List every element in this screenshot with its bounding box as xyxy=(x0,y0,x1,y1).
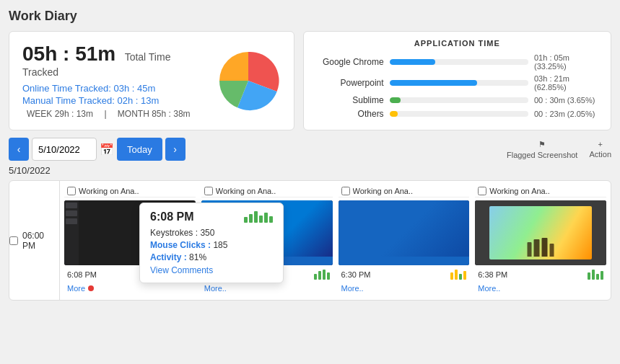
screenshot-footer-3: 6:30 PM xyxy=(339,268,470,281)
tooltip-mouse-row: Mouse Clicks : 185 xyxy=(150,240,273,250)
more-row-2: More.. xyxy=(201,284,333,296)
more-row-4: More.. xyxy=(475,284,606,296)
tooltip-activity-label: Activity : xyxy=(150,252,187,262)
app-time-title: APPLICATION TIME xyxy=(315,39,599,48)
app-row-chrome: Google Chrome 01h : 05m (33.25%) xyxy=(315,53,599,71)
screenshots-area: Working on Ana.. 6:08 PM xyxy=(60,181,611,300)
time-card: 05h : 51m Total Time Tracked Online Time… xyxy=(9,31,294,130)
date-nav: ‹ 📅 Today › xyxy=(9,138,185,161)
screenshot-title-1: Working on Ana.. xyxy=(79,187,139,195)
calendar-icon[interactable]: 📅 xyxy=(100,143,114,156)
activity-bars-2 xyxy=(314,270,330,280)
time-tracked-links: Online Time Tracked: 03h : 45m Manual Ti… xyxy=(22,83,201,106)
time-label: 06:00 PM xyxy=(9,231,59,251)
app-name-sublime: Sublime xyxy=(315,95,384,105)
app-row-others: Others 00 : 23m (2.05%) xyxy=(315,109,599,119)
screenshot-checkbox-2[interactable] xyxy=(204,187,213,195)
week-month: WEEK 29h : 13m | MONTH 85h : 38m xyxy=(22,109,201,119)
tooltip-time-header: 6:08 PM xyxy=(150,210,273,223)
controls-row: ‹ 📅 Today › ⚑ Flagged Screenshot + Actio… xyxy=(9,138,611,161)
main-container: Work Diary 05h : 51m Total Time Tracked … xyxy=(0,0,620,364)
flagged-screenshot-button[interactable]: ⚑ Flagged Screenshot xyxy=(507,140,577,159)
date-header: 5/10/2022 xyxy=(9,165,611,176)
manual-time-link[interactable]: Manual Time Tracked: 02h : 13m xyxy=(22,95,201,106)
time-value: 06:00 PM xyxy=(22,231,59,251)
app-bar-others xyxy=(390,111,528,117)
app-bar-ppt xyxy=(390,80,528,86)
view-comments-link[interactable]: View Comments xyxy=(150,265,273,275)
tooltip-mouse-value: 185 xyxy=(213,240,227,250)
ps-image-mock xyxy=(489,206,592,259)
tooltip-activity-value: 81% xyxy=(189,252,206,262)
stat-separator: | xyxy=(104,109,106,119)
screenshot-time-4: 6:38 PM xyxy=(478,270,507,279)
total-time-display: 05h : 51m Total Time Tracked xyxy=(22,43,201,79)
screenshot-checkbox-4[interactable] xyxy=(478,187,486,195)
action-button[interactable]: + Action xyxy=(589,140,611,159)
more-row-3: More.. xyxy=(339,284,470,296)
tooltip-activity-row: Activity : 81% xyxy=(150,252,273,262)
screenshot-header-1: Working on Ana.. xyxy=(64,185,196,197)
time-checkbox[interactable] xyxy=(9,236,18,245)
prev-date-button[interactable]: ‹ xyxy=(9,138,29,161)
windows-desktop-mock-2 xyxy=(339,200,470,265)
right-controls: ⚑ Flagged Screenshot + Action xyxy=(507,140,611,159)
tooltip-time-label: 6:08 PM xyxy=(150,210,193,223)
plus-icon: + xyxy=(598,140,602,148)
tooltip-activity-bars xyxy=(244,211,273,223)
app-bar-fill-chrome xyxy=(390,59,435,65)
date-input[interactable] xyxy=(32,138,97,161)
tooltip-popup: 6:08 PM Keystrokes : 350 Mouse Cli xyxy=(139,203,284,283)
app-row-sublime: Sublime 00 : 30m (3.65%) xyxy=(315,95,599,105)
page-title: Work Diary xyxy=(9,9,611,24)
screenshot-checkbox-3[interactable] xyxy=(341,187,350,195)
screenshot-time-3: 6:30 PM xyxy=(341,270,371,279)
app-bar-fill-others xyxy=(390,111,398,117)
app-time-card: APPLICATION TIME Google Chrome 01h : 05m… xyxy=(303,31,611,130)
win-taskbar-2 xyxy=(339,257,470,265)
total-time: 05h : 51m xyxy=(22,43,115,65)
ps-screen-mock xyxy=(475,200,606,265)
tooltip-mouse-label: Mouse Clicks : xyxy=(150,240,211,250)
more-row-1: More xyxy=(64,284,196,296)
app-percent-chrome: 01h : 05m (33.25%) xyxy=(534,53,599,71)
screenshot-header-2: Working on Ana.. xyxy=(201,185,333,197)
screenshot-img-4[interactable] xyxy=(475,200,606,265)
online-time-link[interactable]: Online Time Tracked: 03h : 45m xyxy=(22,83,201,94)
more-link-2[interactable]: More.. xyxy=(204,284,330,293)
flagged-label: Flagged Screenshot xyxy=(507,151,577,159)
today-button[interactable]: Today xyxy=(117,138,162,161)
time-info: 05h : 51m Total Time Tracked Online Time… xyxy=(22,43,201,119)
app-name-chrome: Google Chrome xyxy=(315,57,384,67)
screenshot-title-2: Working on Ana.. xyxy=(216,187,276,195)
screenshot-checkbox-1[interactable] xyxy=(67,187,76,195)
app-bar-chrome xyxy=(390,59,528,65)
screenshot-footer-4: 6:38 PM xyxy=(475,268,606,281)
app-name-others: Others xyxy=(315,109,384,119)
app-percent-ppt: 03h : 21m (62.85%) xyxy=(534,74,599,92)
screenshot-title-3: Working on Ana.. xyxy=(353,187,414,195)
screenshot-col-3: Working on Ana.. 6:30 PM xyxy=(339,185,470,296)
tooltip-keystrokes-row: Keystrokes : 350 xyxy=(150,228,273,238)
screenshot-header-3: Working on Ana.. xyxy=(339,185,470,197)
screenshot-time-1: 6:08 PM xyxy=(67,270,97,279)
main-content: 06:00 PM Working on Ana.. xyxy=(9,180,611,301)
app-bar-sublime xyxy=(390,97,528,103)
tooltip-keystrokes-value: 350 xyxy=(200,228,214,238)
top-section: 05h : 51m Total Time Tracked Online Time… xyxy=(9,31,611,130)
more-link-4[interactable]: More.. xyxy=(478,284,603,293)
next-date-button[interactable]: › xyxy=(165,138,185,161)
app-name-ppt: Powerpoint xyxy=(315,78,384,88)
tooltip-keystrokes-label: Keystrokes : xyxy=(150,228,198,238)
app-bar-fill-ppt xyxy=(390,80,477,86)
screenshot-img-3[interactable] xyxy=(339,200,470,265)
app-bar-fill-sublime xyxy=(390,97,401,103)
action-label: Action xyxy=(589,150,611,159)
more-link-3[interactable]: More.. xyxy=(341,284,467,293)
family-figures xyxy=(528,238,554,257)
flag-icon: ⚑ xyxy=(538,140,546,149)
sidebar-mock xyxy=(64,200,79,265)
app-row-ppt: Powerpoint 03h : 21m (62.85%) xyxy=(315,74,599,92)
more-link-1[interactable]: More xyxy=(67,284,85,293)
week-stat: WEEK 29h : 13m xyxy=(27,109,93,119)
